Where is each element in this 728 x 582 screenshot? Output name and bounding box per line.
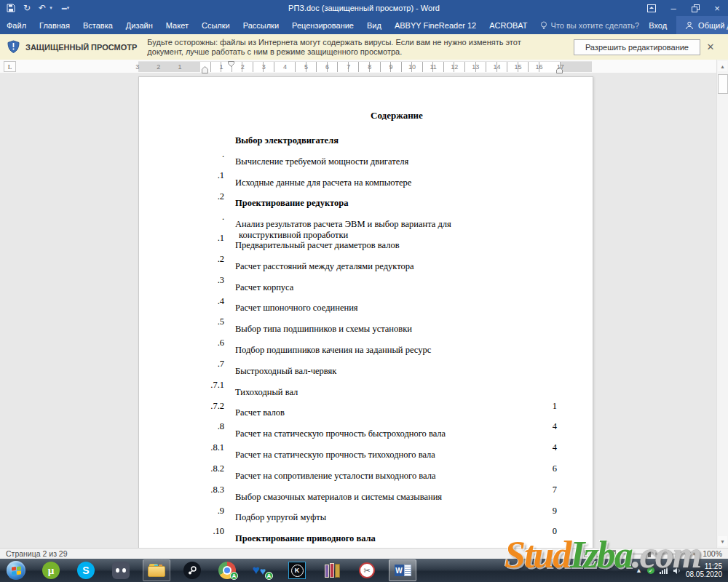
document-area: Содержание Выбор электродвигателя.Вычисл… (0, 73, 717, 548)
protected-view-message: Будьте осторожны: файлы из Интернета мог… (147, 38, 558, 57)
shield-icon (7, 40, 20, 54)
vertical-scrollbar[interactable]: ▲ ▼ (716, 60, 728, 548)
ruler-number: 13 (468, 63, 483, 71)
toc-row: Расчет расстояний между деталями редукто… (139, 261, 593, 282)
enable-editing-button[interactable]: Разрешить редактирование (574, 39, 700, 55)
print-layout-icon[interactable] (596, 550, 604, 557)
tab-stop-selector[interactable]: L (4, 61, 16, 72)
scrollbar-thumb[interactable] (718, 74, 728, 94)
utorrent-icon[interactable]: µ (38, 560, 64, 581)
toc-entry-title-line2: конструктивной проработки (239, 230, 348, 240)
close-button[interactable]: × (706, 0, 728, 16)
ribbon-tab-4[interactable]: Макет (159, 16, 195, 34)
save-icon[interactable] (7, 4, 15, 12)
toc-entry-title: Расчет корпуса (235, 282, 293, 292)
ribbon-tab-0[interactable]: Файл (0, 16, 33, 34)
ruler-number: 17 (553, 63, 568, 71)
ribbon-display-options-button[interactable] (641, 0, 662, 16)
clock-date: 08.05.2020 (686, 570, 722, 578)
steam-icon[interactable] (179, 560, 205, 581)
tray-shield-icon[interactable]: ✓ (647, 567, 654, 574)
ribbon-tab-5[interactable]: Ссылки (195, 16, 237, 34)
system-tray: ▲ ✓ 11:25 08.05.2020 (636, 562, 728, 578)
page-indicator[interactable]: Страница 2 из 29 (0, 549, 68, 558)
toc-entry-title: Проектирование приводного вала (235, 533, 376, 543)
toc-entry-title: Расчет на сопротивление усталости выходн… (235, 471, 435, 481)
winrar-icon[interactable] (319, 560, 345, 581)
hearts-app-icon[interactable]: ♥♥A (249, 560, 275, 581)
left-indent-marker[interactable] (202, 66, 208, 73)
toc-row: Выбор типа подшипников и схемы установки… (139, 324, 593, 345)
toc-row: Расчет корпуса.4 (139, 282, 593, 303)
tell-me-box[interactable]: Что вы хотите сделать? (540, 21, 640, 30)
network-icon[interactable] (660, 567, 668, 574)
share-label: Общий доступ (698, 21, 728, 30)
ribbon-tab-bar: ФайлГлавнаяВставкаДизайнМакетСсылкиРассы… (0, 16, 728, 34)
zoom-slider[interactable] (631, 550, 688, 558)
toc-entry-title: Анализ результатов расчета ЭВМ и выбор в… (235, 219, 451, 229)
antivirus-badge: A (265, 572, 273, 580)
kmplayer-icon[interactable]: K (284, 560, 310, 581)
undo-icon[interactable]: ↶ (39, 4, 46, 12)
quick-access-toolbar: ↻ ↶ ▾ ▬▾ (0, 4, 69, 12)
ruler-number: 9 (384, 63, 398, 71)
toc-row: Расчет на сопротивление усталости выходн… (139, 471, 593, 492)
customize-qat-icon[interactable]: ▬▾ (62, 5, 70, 11)
title-bar: ↻ ↶ ▾ ▬▾ РПЗ.doc (защищенный просмотр) -… (0, 0, 728, 16)
bar-close-icon[interactable]: ✕ (700, 41, 721, 52)
toc-row: Проектирование приводного вала.1 (139, 533, 593, 548)
ribbon-tab-2[interactable]: Вставка (76, 16, 119, 34)
ribbon-tab-3[interactable]: Дизайн (119, 16, 159, 34)
read-mode-icon[interactable] (584, 550, 591, 557)
toc-row: Вычисление требуемой мощности двигателя.… (139, 156, 593, 178)
restore-button[interactable] (684, 0, 706, 16)
ribbon-tab-9[interactable]: ABBYY FineReader 12 (388, 16, 483, 34)
toc-row: Выбор смазочных материалов и системы сма… (139, 492, 593, 513)
discord-icon[interactable] (108, 560, 134, 581)
windows-flag-icon (7, 561, 25, 580)
horizontal-ruler: 3211234567891011121314151617 (138, 61, 592, 72)
toc-entry-title: Расчет шпоночного соединения (235, 303, 358, 313)
zoom-out-icon[interactable]: − (621, 550, 625, 558)
ribbon-tab-6[interactable]: Рассылки (237, 16, 285, 34)
scroll-up-icon[interactable]: ▲ (718, 61, 727, 71)
redo-icon[interactable]: ↻ (23, 4, 31, 12)
minimize-button[interactable]: – (662, 0, 684, 16)
sign-in-button[interactable]: Вход (639, 21, 676, 30)
scroll-down-icon[interactable]: ▼ (718, 536, 727, 546)
file-explorer-icon[interactable] (143, 559, 170, 581)
ruler-number: 5 (299, 63, 314, 71)
share-button[interactable]: Общий доступ (676, 16, 728, 34)
page-content: Содержание Выбор электродвигателя.Вычисл… (139, 77, 593, 548)
toc-row: Расчет на статическую прочность тихоходн… (139, 450, 593, 471)
undo-dropdown-icon[interactable]: ▾ (50, 5, 52, 11)
ribbon-right-cluster: Вход Общий доступ (639, 16, 728, 34)
toc-entry-title: Быстроходный вал-червяк (235, 366, 336, 376)
window-controls: – × (641, 0, 728, 16)
zoom-level[interactable]: 100% (703, 549, 722, 558)
toc-row: Подбор подшипников качения на заданный р… (139, 345, 593, 366)
toc-row: Быстроходный вал-червяк.7.1 (139, 366, 593, 387)
chrome-icon[interactable]: A (214, 560, 240, 581)
tray-expand-icon[interactable]: ▲ (636, 567, 642, 574)
toc-entry-title: Выбор электродвигателя (235, 135, 339, 146)
ruler-row: L 3211234567891011121314151617 (0, 60, 717, 73)
toc-row: Предварительный расчет диаметров валов.2 (139, 240, 593, 261)
skype-icon[interactable]: S (73, 560, 99, 581)
ribbon-tab-8[interactable]: Вид (360, 16, 388, 34)
first-line-indent-marker[interactable] (228, 61, 234, 67)
status-bar-right: − + 100% (584, 549, 728, 558)
zoom-in-icon[interactable]: + (693, 550, 697, 558)
ruler-number: 6 (320, 63, 335, 71)
word-taskbar-icon[interactable]: W (389, 559, 416, 581)
start-button-icon[interactable] (3, 560, 29, 581)
ribbon-tab-7[interactable]: Рецензирование (285, 16, 360, 34)
ribbon-tab-10[interactable]: ACROBAT (483, 16, 534, 34)
taskbar-clock[interactable]: 11:25 08.05.2020 (686, 562, 722, 578)
toc-entry-title: Вычисление требуемой мощности двигателя (235, 156, 408, 167)
web-layout-icon[interactable] (609, 550, 616, 557)
toc-row: Расчет на статическую прочность быстрохо… (139, 428, 593, 450)
volume-icon[interactable] (673, 567, 681, 575)
screenshot-tool-icon[interactable]: ✂ (354, 560, 380, 581)
ribbon-tab-1[interactable]: Главная (33, 16, 76, 34)
